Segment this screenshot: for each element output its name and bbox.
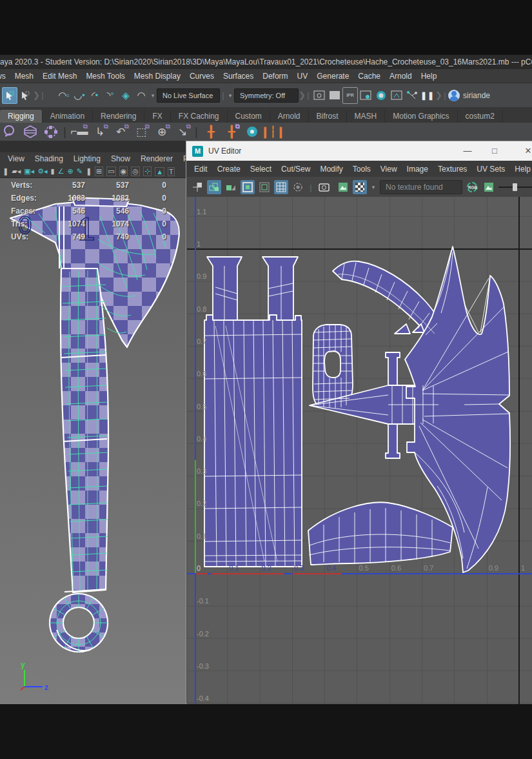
- hypershade-icon[interactable]: [373, 87, 389, 104]
- uv-shell-bottom-band[interactable]: [308, 502, 453, 565]
- connect-joint-icon[interactable]: ╂⧉: [223, 124, 240, 139]
- maya-window-titlebar[interactable]: aya 2020.3 - Student Version: D:\Sirian2…: [0, 55, 532, 69]
- menu-item-mesh-display[interactable]: Mesh Display: [134, 72, 181, 81]
- toolbar-flyout-arrow-icon[interactable]: ❯: [435, 90, 442, 100]
- render-settings-icon[interactable]: [358, 87, 373, 104]
- uv-snapshot-icon[interactable]: [317, 180, 331, 194]
- uv-shell-half-icon[interactable]: [224, 180, 238, 194]
- image-display-icon[interactable]: [482, 180, 496, 194]
- snap-to-grid-icon[interactable]: ◠▫: [56, 87, 72, 104]
- menu-item-arnold[interactable]: Arnold: [389, 72, 412, 81]
- lasso-tool-icon[interactable]: [17, 87, 33, 104]
- render-view-icon[interactable]: [311, 87, 327, 104]
- menu-item-curves[interactable]: Curves: [190, 72, 214, 81]
- uv-menu-item-help[interactable]: Help: [515, 165, 531, 174]
- minimize-button[interactable]: —: [455, 141, 480, 160]
- menu-item-ws[interactable]: ws: [0, 72, 6, 81]
- parent-constraint-icon[interactable]: ⌐▬⧉: [71, 124, 88, 139]
- lighting-editor-icon[interactable]: [389, 87, 404, 104]
- shelf-tab-arnold[interactable]: Arnold: [270, 110, 309, 123]
- uv-menu-item-select[interactable]: Select: [250, 165, 271, 174]
- snap-options-chevron-icon[interactable]: ▾: [149, 87, 157, 104]
- field-chart-icon[interactable]: ⊹: [143, 167, 152, 176]
- pause-evaluation-button[interactable]: ❚❚: [420, 87, 435, 104]
- texture-name-field[interactable]: No texture found: [380, 180, 462, 194]
- uv-shell-collar-bit[interactable]: [395, 324, 410, 334]
- snap-to-curve-icon[interactable]: ◡•: [72, 87, 87, 104]
- menu-item-mesh[interactable]: Mesh: [15, 72, 34, 81]
- slider-handle[interactable]: [513, 183, 517, 191]
- symmetry-field[interactable]: Symmetry: Off: [234, 88, 299, 103]
- uv-checkered-display-icon[interactable]: [274, 180, 288, 194]
- film-gate-icon[interactable]: ▭: [106, 167, 115, 176]
- checker-map-icon[interactable]: [353, 180, 367, 194]
- shelf-tab-mash[interactable]: MASH: [347, 110, 386, 123]
- shelf-tab-bifrost[interactable]: Bifrost: [309, 110, 347, 123]
- 3d-viewport[interactable]: 0 1: [0, 178, 187, 704]
- joint-tool-icon[interactable]: [1, 124, 18, 139]
- point-constraint-icon[interactable]: ↳⧉: [92, 124, 108, 139]
- uv-editor-titlebar[interactable]: M UV Editor — □ ✕: [186, 141, 532, 161]
- panel-menu-item-lighting[interactable]: Lighting: [74, 154, 101, 163]
- uv-shell-handle-block[interactable]: [204, 315, 302, 567]
- rgb-channels-icon[interactable]: RGB: [465, 180, 479, 194]
- uv-editor-canvas[interactable]: 1.110.90.80.70.60.50.40.30.20.10-0.1-0.2…: [187, 197, 532, 704]
- shelf-tab-rendering[interactable]: Rendering: [93, 110, 144, 123]
- menu-item-mesh-tools[interactable]: Mesh Tools: [86, 72, 124, 81]
- toolbar-flyout-arrow-icon[interactable]: ❯: [299, 90, 305, 100]
- camera-select-icon[interactable]: ▰◂: [12, 167, 21, 176]
- texture-chevron-icon[interactable]: ▾: [369, 179, 377, 196]
- image-dim-slider[interactable]: [498, 187, 532, 188]
- live-surface-field[interactable]: No Live Surface: [157, 88, 220, 103]
- aim-constraint-icon[interactable]: ⊕⧉: [153, 124, 170, 139]
- shelf-tab-costum2[interactable]: costum2: [458, 110, 503, 123]
- grease-pencil-icon[interactable]: ✎: [77, 167, 83, 176]
- shelf-tab-rigging[interactable]: Rigging: [0, 110, 43, 123]
- snap-to-projected-center-icon[interactable]: ◝°: [103, 87, 118, 104]
- shelf-tab-custom[interactable]: Custom: [228, 110, 270, 123]
- menu-item-deform[interactable]: Deform: [262, 72, 288, 81]
- uv-border-thin-icon[interactable]: [257, 180, 271, 194]
- uv-menu-item-modify[interactable]: Modify: [320, 165, 342, 174]
- orient-constraint-icon[interactable]: ↶⧉: [112, 124, 129, 139]
- uv-shell-select-icon[interactable]: [207, 180, 221, 194]
- safe-title-icon[interactable]: T: [168, 167, 175, 176]
- skeleton-hierarchy-icon[interactable]: [22, 124, 39, 139]
- user-avatar-icon[interactable]: [448, 90, 460, 101]
- menu-item-surfaces[interactable]: Surfaces: [223, 72, 253, 81]
- shelf-tab-animation[interactable]: Animation: [43, 110, 93, 123]
- menu-item-cache[interactable]: Cache: [358, 72, 380, 81]
- render-current-frame-icon[interactable]: [327, 87, 342, 104]
- toolbar-flyout-arrow-icon[interactable]: ❯: [33, 90, 39, 100]
- camera-lock-icon[interactable]: ▣◂: [24, 167, 34, 176]
- uv-menu-item-cut-sew[interactable]: Cut/Sew: [281, 165, 310, 174]
- snap-to-point-icon[interactable]: ◜•: [87, 87, 103, 104]
- menu-item-edit-mesh[interactable]: Edit Mesh: [43, 72, 77, 81]
- bind-skin-icon[interactable]: [244, 124, 261, 139]
- ipr-render-icon[interactable]: IPR: [342, 87, 358, 104]
- image-plane-icon[interactable]: ∠: [58, 167, 64, 176]
- uv-shell-strip2[interactable]: [262, 257, 298, 320]
- uv-shells[interactable]: [187, 197, 532, 704]
- menu-item-help[interactable]: Help: [421, 72, 437, 81]
- camera-attributes-icon[interactable]: ⚙◂: [37, 167, 47, 176]
- uv-menu-item-textures[interactable]: Textures: [438, 165, 467, 174]
- uv-shell-spike-bar[interactable]: [386, 424, 400, 458]
- shelf-tab-fx-caching[interactable]: FX Caching: [171, 110, 228, 123]
- menu-item-generate[interactable]: Generate: [317, 72, 349, 81]
- panel-menu-item-shading[interactable]: Shading: [35, 154, 63, 163]
- scale-constraint-icon[interactable]: ⬚⧉: [133, 124, 150, 139]
- axe-handle[interactable]: [61, 268, 108, 592]
- uv-menu-item-tools[interactable]: Tools: [353, 165, 371, 174]
- node-editor-icon[interactable]: [404, 87, 420, 104]
- grid-toggle-icon[interactable]: ⊞: [95, 167, 103, 176]
- uv-distortion-icon[interactable]: [291, 180, 305, 194]
- pole-vector-constraint-icon[interactable]: ↘⧉: [174, 124, 191, 139]
- select-tool-icon[interactable]: [2, 87, 17, 104]
- safe-action-icon[interactable]: ▲: [155, 167, 164, 176]
- mirror-joint-icon[interactable]: ❙┆❙: [264, 124, 281, 139]
- uv-menu-item-create[interactable]: Create: [217, 165, 241, 174]
- symmetry-chevron-icon[interactable]: ▾: [226, 87, 234, 104]
- ik-handle-network-icon[interactable]: [43, 124, 59, 139]
- signed-in-user-name[interactable]: siriande: [463, 91, 490, 100]
